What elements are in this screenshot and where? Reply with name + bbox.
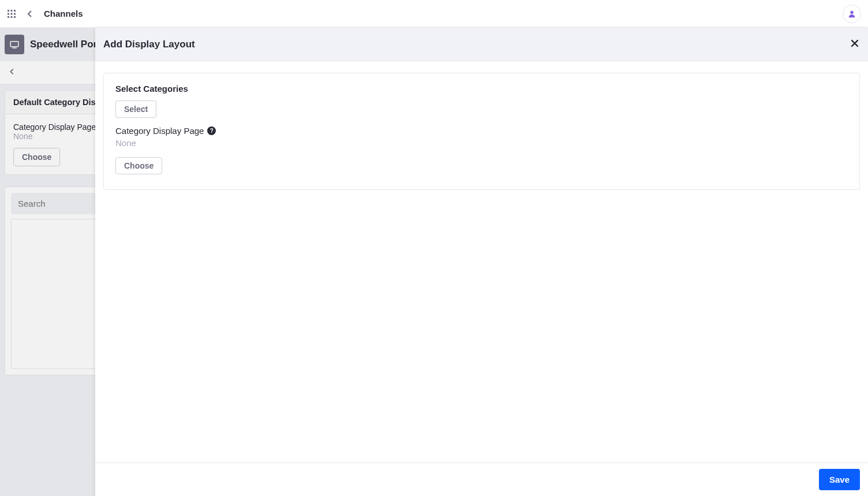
apps-grid-icon[interactable]	[7, 9, 16, 18]
category-display-page-value: None	[115, 138, 848, 148]
category-display-page-label: Category Display Page	[115, 126, 204, 136]
topbar: Channels	[0, 0, 868, 28]
svg-rect-0	[8, 10, 9, 12]
svg-rect-4	[11, 13, 13, 14]
svg-rect-8	[14, 16, 16, 18]
svg-rect-5	[14, 13, 16, 14]
panel-card: Select Categories Select Category Displa…	[103, 73, 860, 190]
select-categories-label: Select Categories	[115, 84, 848, 94]
close-icon	[850, 38, 860, 49]
panel-header: Add Display Layout	[95, 28, 868, 61]
panel-title: Add Display Layout	[103, 39, 195, 50]
help-icon[interactable]: ?	[207, 126, 216, 135]
select-categories-button[interactable]: Select	[115, 100, 156, 118]
svg-rect-2	[14, 10, 16, 12]
back-icon[interactable]	[25, 9, 35, 18]
save-button[interactable]: Save	[819, 469, 860, 490]
svg-rect-3	[8, 13, 9, 14]
svg-rect-6	[8, 16, 9, 18]
panel-footer: Save	[95, 463, 868, 496]
nav-back-icon[interactable]	[8, 68, 16, 77]
context-title: Speedwell Por	[30, 39, 97, 50]
user-icon	[848, 10, 856, 18]
svg-point-9	[850, 10, 853, 13]
choose-default-button[interactable]: Choose	[13, 148, 60, 166]
user-menu-button[interactable]	[843, 5, 861, 23]
svg-rect-1	[11, 10, 13, 12]
add-display-layout-panel: Add Display Layout Select Categories Sel…	[95, 28, 868, 496]
panel-body: Select Categories Select Category Displa…	[95, 61, 868, 463]
choose-page-button[interactable]: Choose	[115, 157, 162, 174]
page-title: Channels	[44, 9, 83, 18]
close-button[interactable]	[850, 38, 860, 50]
channel-icon	[5, 35, 24, 54]
svg-rect-7	[11, 16, 13, 18]
svg-rect-10	[10, 42, 18, 47]
